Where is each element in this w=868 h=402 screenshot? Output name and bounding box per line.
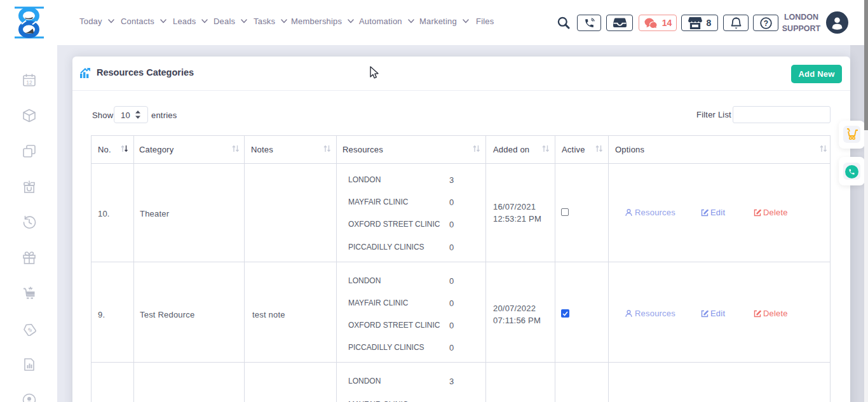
svg-text:?: ?	[763, 18, 768, 27]
svg-text:12: 12	[26, 79, 32, 86]
svg-text:$: $	[27, 326, 33, 333]
